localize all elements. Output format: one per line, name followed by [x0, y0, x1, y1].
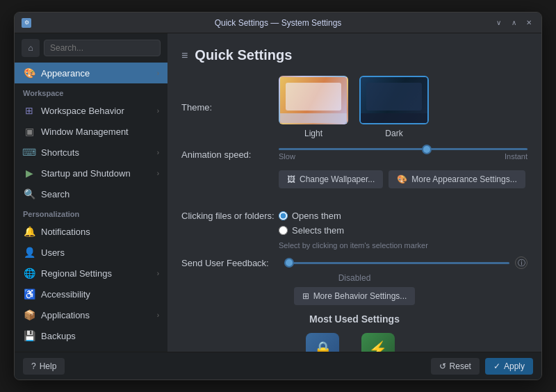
chevron-icon: ›: [157, 107, 159, 115]
wallet-icon: 👛: [23, 350, 35, 352]
slider-labels: Slow Instant: [279, 152, 528, 161]
screen-locking-item[interactable]: 🔒 ScreenLocking: [306, 333, 339, 352]
radio-hint: Select by clicking on item's selection m…: [279, 241, 428, 250]
appearance-btn-label: More Appearance Settings...: [411, 174, 516, 184]
most-used-title: Most Used Settings: [181, 313, 528, 325]
behavior-btn-container: ⊞ More Behavior Settings...: [181, 287, 528, 305]
sidebar-item-startup[interactable]: ▶ Startup and Shutdown ›: [15, 163, 167, 183]
feedback-disabled-label: Disabled: [181, 273, 528, 283]
search-input[interactable]: [44, 40, 161, 56]
main-window: ⚙ Quick Settings — System Settings ∨ ∧ ✕…: [14, 12, 542, 380]
preview-window: [366, 83, 422, 111]
sidebar-item-search[interactable]: 🔍 Search: [15, 183, 167, 204]
workspace-behavior-icon: ⊞: [23, 104, 35, 117]
light-preview-inner: [280, 77, 347, 123]
window-management-icon: ▣: [23, 125, 35, 138]
sidebar-item-wm-label: Window Management: [41, 126, 129, 137]
sidebar-item-shortcuts-label: Shortcuts: [41, 147, 79, 158]
chevron-icon: ›: [157, 270, 159, 277]
theme-dark-label: Dark: [385, 129, 402, 138]
feedback-slider[interactable]: [284, 262, 509, 264]
sidebar-item-regional-label: Regional Settings: [41, 268, 112, 279]
appearance-btn-icon: 🎨: [397, 174, 407, 184]
chevron-icon: ›: [157, 311, 159, 319]
sidebar-item-shortcuts[interactable]: ⌨ Shortcuts ›: [15, 142, 167, 163]
wallpaper-btn-icon: 🖼: [287, 174, 295, 184]
sidebar-search-area: ⌂: [15, 33, 167, 63]
help-button[interactable]: ? Help: [23, 358, 65, 375]
hamburger-icon: ≡: [181, 49, 188, 62]
sidebar-item-search-label: Search: [41, 189, 70, 199]
search-nav-icon: 🔍: [23, 188, 35, 200]
more-appearance-button[interactable]: 🎨 More Appearance Settings...: [389, 170, 525, 188]
opens-them-radio[interactable]: [279, 211, 288, 220]
change-wallpaper-button[interactable]: 🖼 Change Wallpaper...: [279, 170, 383, 188]
sidebar-item-regional[interactable]: 🌐 Regional Settings ›: [15, 263, 167, 284]
feedback-row: Send User Feedback: ⓘ: [181, 256, 528, 269]
apply-label: Apply: [504, 361, 525, 371]
applications-icon: 📦: [23, 309, 35, 321]
sidebar-item-accessibility[interactable]: ♿ Accessibility: [15, 284, 167, 304]
theme-light-option[interactable]: Light: [279, 76, 348, 138]
sidebar-item-applications[interactable]: 📦 Applications ›: [15, 304, 167, 325]
sidebar-item-access-label: Accessibility: [41, 289, 90, 300]
sidebar-item-kde-wallet[interactable]: 👛 KDE Wallet: [15, 346, 167, 352]
titlebar: ⚙ Quick Settings — System Settings ∨ ∧ ✕: [15, 13, 541, 33]
window-controls: ∨ ∧ ✕: [493, 17, 534, 28]
instant-label: Instant: [505, 152, 528, 161]
sidebar-item-users-label: Users: [41, 247, 65, 258]
animation-slider-container: Slow Instant: [279, 148, 528, 161]
close-button[interactable]: ✕: [523, 17, 534, 28]
backups-icon: 💾: [23, 329, 35, 342]
chevron-icon: ›: [157, 70, 159, 77]
energy-saving-item[interactable]: ⚡ Energy Saving: [353, 333, 403, 352]
sidebar-item-apps-label: Applications: [41, 310, 90, 320]
animation-row: Animation speed: Slow Instant: [181, 148, 528, 161]
sidebar-item-wb-label: Workspace Behavior: [41, 106, 124, 116]
main-area: ⌂ 🎨 Appearance › Workspace ⊞ Workspace B…: [15, 33, 541, 352]
sidebar-item-startup-label: Startup and Shutdown: [41, 168, 131, 179]
sidebar-item-appearance[interactable]: 🎨 Appearance ›: [15, 63, 167, 83]
personalization-section-label: Personalization: [15, 204, 167, 221]
preview-taskbar: [361, 113, 427, 123]
maximize-button[interactable]: ∧: [508, 17, 519, 28]
bottom-right-buttons: ↺ Reset ✓ Apply: [431, 358, 533, 375]
sidebar-item-notifications[interactable]: 🔔 Notifications: [15, 221, 167, 242]
energy-saving-icon: ⚡: [361, 333, 395, 352]
more-behavior-button[interactable]: ⊞ More Behavior Settings...: [294, 287, 416, 305]
slow-label: Slow: [279, 152, 295, 161]
reset-label: Reset: [450, 361, 471, 371]
sidebar-item-backups-label: Backups: [41, 331, 76, 341]
sidebar-item-workspace-behavior[interactable]: ⊞ Workspace Behavior ›: [15, 100, 167, 121]
feedback-info-button[interactable]: ⓘ: [515, 256, 528, 269]
minimize-button[interactable]: ∨: [493, 17, 504, 28]
selects-label: Selects them: [292, 225, 344, 236]
theme-dark-preview: [359, 76, 429, 124]
clicking-row: Clicking files or folders: Opens them Se…: [181, 211, 528, 250]
reset-icon: ↺: [439, 361, 446, 371]
behavior-btn-label: More Behavior Settings...: [313, 291, 407, 301]
sidebar-item-users[interactable]: 👤 Users: [15, 242, 167, 263]
theme-dark-option[interactable]: Dark: [359, 76, 429, 138]
sidebar: ⌂ 🎨 Appearance › Workspace ⊞ Workspace B…: [15, 33, 167, 352]
opens-them-option[interactable]: Opens them: [279, 211, 428, 221]
home-button[interactable]: ⌂: [22, 39, 40, 57]
animation-slider[interactable]: [279, 148, 528, 150]
reset-button[interactable]: ↺ Reset: [431, 358, 480, 375]
users-icon: 👤: [23, 246, 35, 259]
theme-light-label: Light: [304, 129, 322, 138]
accessibility-icon: ♿: [23, 288, 35, 300]
feedback-label: Send User Feedback:: [181, 258, 279, 268]
apply-button[interactable]: ✓ Apply: [485, 358, 533, 375]
sidebar-item-backups[interactable]: 💾 Backups: [15, 325, 167, 346]
appearance-icon: 🎨: [23, 67, 35, 79]
sidebar-item-window-management[interactable]: ▣ Window Management: [15, 121, 167, 142]
selects-them-radio[interactable]: [279, 226, 288, 235]
page-title: Quick Settings: [195, 47, 292, 63]
preview-window: [286, 83, 341, 111]
click-radio-group: Opens them Selects them Select by clicki…: [279, 211, 428, 250]
chevron-icon: ›: [157, 149, 159, 156]
behavior-btn-icon: ⊞: [302, 291, 309, 301]
selects-them-option[interactable]: Selects them: [279, 225, 428, 236]
theme-row: Theme: Light: [181, 76, 528, 138]
